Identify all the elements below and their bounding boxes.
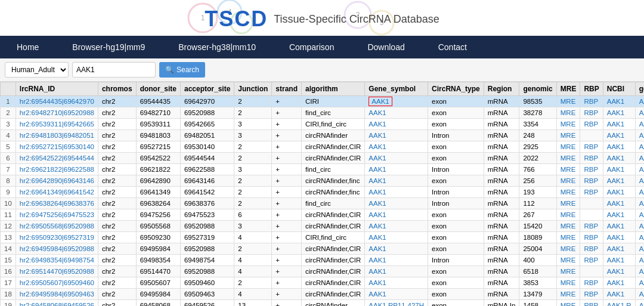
rbp-cell[interactable]: RBP	[580, 141, 603, 153]
rbp-link[interactable]: RBP	[584, 177, 598, 184]
gene-symbol[interactable]: AAK1	[365, 266, 428, 277]
rbp-cell[interactable]: RBP	[580, 277, 603, 289]
gene-symbol[interactable]: AAK1	[365, 255, 428, 266]
ncbi-link[interactable]: AAK1,R	[607, 302, 631, 306]
rbp-link[interactable]: RBP	[584, 188, 598, 196]
genecards-cell[interactable]: AAK1	[635, 164, 644, 175]
rbp-cell[interactable]: RBP	[580, 255, 603, 266]
lrcrna-id[interactable]: hr2:69482710|69520988	[16, 107, 98, 119]
genecards-cell[interactable]: AAK1	[635, 209, 644, 221]
mre-cell[interactable]: MRE	[556, 266, 580, 277]
lrcrna-id[interactable]: hr2:69642890|69643146	[16, 175, 98, 187]
mre-link[interactable]: MRE	[561, 302, 576, 306]
ncbi-link[interactable]: AAK1	[607, 268, 624, 275]
mre-cell[interactable]: MRE	[556, 141, 580, 153]
lrcrna-id[interactable]: hr2:69495984|69520988	[16, 243, 98, 255]
ncbi-link[interactable]: AAK1	[607, 234, 624, 241]
ncbi-link[interactable]: AAK1	[607, 143, 624, 150]
ncbi-cell[interactable]: AAK1	[603, 243, 635, 255]
gene-symbol[interactable]: AAK1	[365, 153, 428, 164]
ncbi-link[interactable]: AAK1	[607, 279, 624, 286]
mre-cell[interactable]: MRE	[556, 209, 580, 221]
ncbi-cell[interactable]: AAK1	[603, 266, 635, 277]
mre-cell[interactable]: MRE	[556, 232, 580, 243]
genecards-cell[interactable]: AAK1	[635, 255, 644, 266]
rbp-cell[interactable]: RBP	[580, 175, 603, 187]
gene-symbol-link[interactable]: AAK1	[369, 109, 386, 116]
mre-link[interactable]: MRE	[561, 166, 576, 173]
rbp-link[interactable]: RBP	[584, 279, 598, 286]
gene-symbol-link[interactable]: AAK1	[369, 166, 386, 173]
rbp-cell[interactable]: RBP	[580, 232, 603, 243]
genecards-cell[interactable]: AAK1	[635, 289, 644, 300]
lrcrna-id[interactable]: hr2:69505568|69520988	[16, 221, 98, 232]
ncbi-link[interactable]: AAK1	[607, 132, 624, 139]
lrcrna-id[interactable]: hr2:69498354|69498754	[16, 255, 98, 266]
genecards-cell[interactable]: AAK1	[635, 277, 644, 289]
ncbi-cell[interactable]: AAK1	[603, 289, 635, 300]
genecards-cell[interactable]: AAK1	[635, 266, 644, 277]
ncbi-cell[interactable]: AAK1	[603, 119, 635, 130]
genecards-link[interactable]: AAK1	[639, 166, 644, 173]
gene-symbol[interactable]: AAK1	[365, 198, 428, 209]
rbp-cell[interactable]: RBP	[580, 300, 603, 307]
gene-symbol-link[interactable]: AAK1	[369, 211, 386, 218]
mre-cell[interactable]: MRE	[556, 164, 580, 175]
gene-symbol[interactable]: AAK1	[365, 175, 428, 187]
gene-symbol-link[interactable]: AAK1	[369, 268, 386, 275]
gene-symbol[interactable]: AAK1	[365, 243, 428, 255]
genecards-cell[interactable]: AAK1	[635, 221, 644, 232]
genecards-cell[interactable]: AAK1	[635, 107, 644, 119]
lrcrna-id[interactable]: hr2:69475256|69475523	[16, 209, 98, 221]
ncbi-link[interactable]: AAK1	[607, 188, 624, 196]
mre-cell[interactable]: MRE	[556, 221, 580, 232]
rbp-link[interactable]: RBP	[584, 143, 598, 150]
genecards-link[interactable]: AAK1	[639, 302, 644, 306]
mre-link[interactable]: MRE	[561, 211, 576, 218]
ncbi-cell[interactable]: AAK1	[603, 255, 635, 266]
genecards-link[interactable]: AAK1	[639, 279, 644, 286]
genecards-link[interactable]: AAK1	[639, 256, 644, 264]
ncbi-cell[interactable]: AAK1	[603, 175, 635, 187]
rbp-cell[interactable]: RBP	[580, 164, 603, 175]
gene-symbol[interactable]: AAK1	[365, 107, 428, 119]
genecards-link[interactable]: AAK1	[639, 188, 644, 196]
rbp-link[interactable]: RBP	[584, 245, 598, 252]
mre-link[interactable]: MRE	[561, 279, 576, 286]
ncbi-link[interactable]: AAK1	[607, 98, 624, 105]
lrcrna-id[interactable]: hr2:69621822|69622588	[16, 164, 98, 175]
nav-comparison[interactable]: Comparison	[273, 36, 351, 58]
ncbi-link[interactable]: AAK1	[607, 166, 624, 173]
gene-symbol[interactable]: AAK1	[365, 119, 428, 130]
genecards-link[interactable]: AAK1	[639, 154, 644, 162]
mre-link[interactable]: MRE	[561, 234, 576, 241]
gene-symbol-link[interactable]: AAK1	[369, 200, 386, 207]
lrcrna-id[interactable]: hr2:69509230|69527319	[16, 232, 98, 243]
ncbi-cell[interactable]: AAK1,R	[603, 300, 635, 307]
gene-symbol-link[interactable]: AAK1	[369, 143, 386, 150]
gene-symbol[interactable]: AAK1	[365, 277, 428, 289]
mre-cell[interactable]: MRE	[556, 243, 580, 255]
mre-link[interactable]: MRE	[561, 222, 576, 230]
mre-cell[interactable]: MRE	[556, 96, 580, 107]
ncbi-cell[interactable]: AAK1	[603, 221, 635, 232]
rbp-cell[interactable]: RBP	[580, 243, 603, 255]
rbp-cell[interactable]: RBP	[580, 153, 603, 164]
rbp-link[interactable]: RBP	[584, 222, 598, 230]
rbp-cell[interactable]	[580, 266, 603, 277]
lrcrna-id[interactable]: hr2:69542522|69544544	[16, 153, 98, 164]
genecards-cell[interactable]: AAK1	[635, 141, 644, 153]
lrcrna-id[interactable]: hr2:69458068|69459526	[16, 300, 98, 307]
genecards-cell[interactable]: AAK1	[635, 175, 644, 187]
mre-cell[interactable]: MRE	[556, 300, 580, 307]
rbp-link[interactable]: RBP	[584, 120, 598, 128]
mre-link[interactable]: MRE	[561, 143, 576, 150]
ncbi-link[interactable]: AAK1	[607, 256, 624, 264]
gene-symbol-link[interactable]: AAK1	[369, 245, 386, 252]
gene-symbol-link[interactable]: AAK1	[369, 222, 386, 230]
mre-cell[interactable]: MRE	[556, 289, 580, 300]
mre-link[interactable]: MRE	[561, 256, 576, 264]
gene-symbol-link[interactable]: AAK1,RP11-427H	[369, 302, 424, 306]
genecards-link[interactable]: AAK1	[639, 98, 644, 105]
gene-symbol[interactable]: AAK1	[365, 232, 428, 243]
